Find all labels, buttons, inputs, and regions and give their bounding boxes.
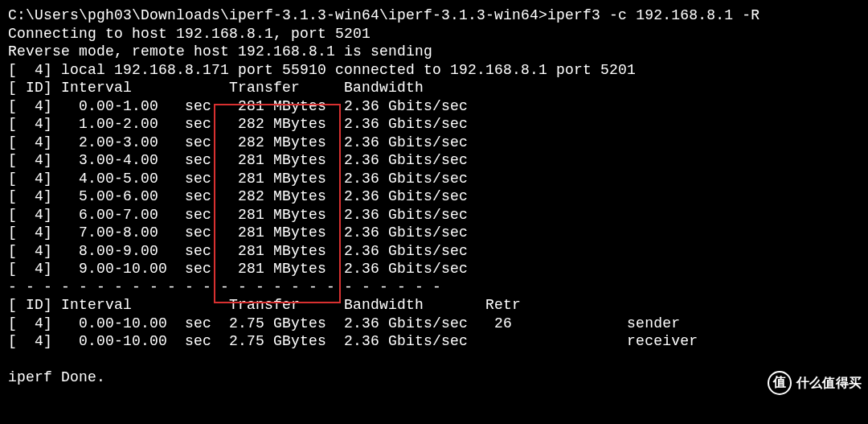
watermark-text: 什么值得买 [796, 375, 862, 391]
interval-row: [ 4] 9.00-10.00 sec 281 MBytes 2.36 Gbit… [8, 260, 860, 278]
table-header: [ ID] Interval Transfer Bandwidth [8, 79, 860, 97]
interval-row: [ 4] 4.00-5.00 sec 281 MBytes 2.36 Gbits… [8, 170, 860, 188]
prompt-path: C:\Users\pgh03\Downloads\iperf-3.1.3-win… [8, 7, 547, 23]
interval-row: [ 4] 2.00-3.00 sec 282 MBytes 2.36 Gbits… [8, 134, 860, 152]
typed-command[interactable]: iperf3 -c 192.168.8.1 -R [547, 7, 760, 23]
separator-dashes: - - - - - - - - - - - - - - - - - - - - … [8, 278, 860, 297]
interval-row: [ 4] 6.00-7.00 sec 281 MBytes 2.36 Gbits… [8, 206, 860, 224]
interval-row: [ 4] 7.00-8.00 sec 281 MBytes 2.36 Gbits… [8, 224, 860, 242]
interval-row: [ 4] 5.00-6.00 sec 282 MBytes 2.36 Gbits… [8, 187, 860, 206]
interval-row: [ 4] 0.00-1.00 sec 281 MBytes 2.36 Gbits… [8, 97, 860, 116]
interval-row: [ 4] 3.00-4.00 sec 281 MBytes 2.36 Gbits… [8, 151, 860, 170]
local-connection-line: [ 4] local 192.168.8.171 port 55910 conn… [8, 61, 860, 80]
watermark: 值 什么值得买 [768, 371, 862, 395]
command-prompt-line: C:\Users\pgh03\Downloads\iperf-3.1.3-win… [8, 6, 860, 25]
reverse-mode-line: Reverse mode, remote host 192.168.8.1 is… [8, 43, 860, 61]
connecting-line: Connecting to host 192.168.8.1, port 520… [8, 25, 860, 43]
blank-line [8, 351, 860, 369]
summary-receiver-row: [ 4] 0.00-10.00 sec 2.75 GBytes 2.36 Gbi… [8, 332, 860, 351]
watermark-logo-icon: 值 [768, 371, 792, 395]
summary-header: [ ID] Interval Transfer Bandwidth Retr [8, 296, 860, 315]
terminal-output: C:\Users\pgh03\Downloads\iperf-3.1.3-win… [8, 6, 860, 387]
summary-sender-row: [ 4] 0.00-10.00 sec 2.75 GBytes 2.36 Gbi… [8, 315, 860, 333]
interval-row: [ 4] 1.00-2.00 sec 282 MBytes 2.36 Gbits… [8, 115, 860, 134]
interval-row: [ 4] 8.00-9.00 sec 281 MBytes 2.36 Gbits… [8, 242, 860, 261]
done-line: iperf Done. [8, 368, 860, 387]
